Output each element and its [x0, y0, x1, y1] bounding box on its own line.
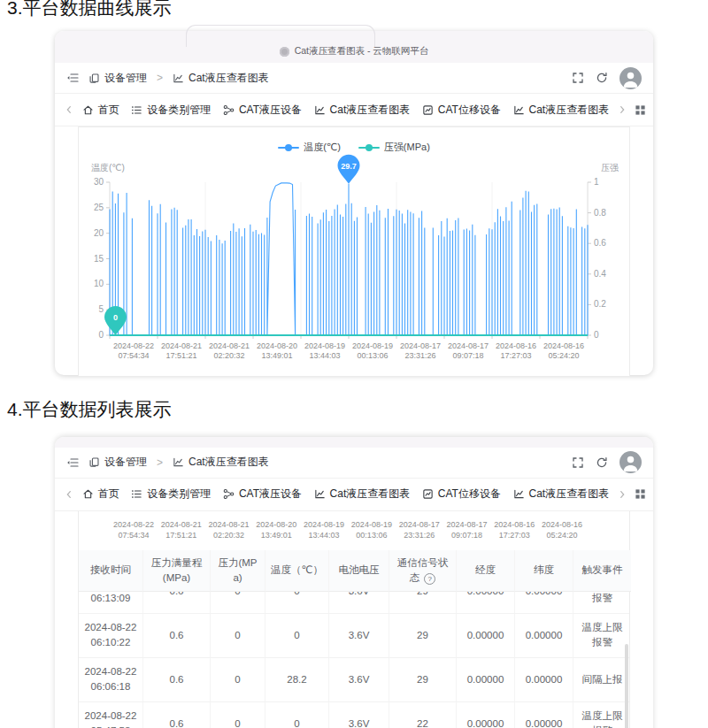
svg-text:2024-08-1709:07:18: 2024-08-1709:07:18 — [448, 341, 489, 360]
tab-cat-hydraulic-chart-2[interactable]: Cat液压查看图表 — [513, 103, 610, 118]
table-row: 2024-08-22 05:47:530.6003.6V220.000000.0… — [79, 702, 629, 728]
x-axis-label: 2024-08-1900:13:06 — [348, 519, 396, 540]
list-icon — [131, 104, 142, 116]
table-body-viewport: 2024-08-22 06:13:090.6003.6V290.000000.0… — [79, 592, 629, 728]
tabs-scroll-left-icon[interactable] — [62, 104, 76, 115]
breadcrumb-root[interactable]: 设备管理 — [88, 455, 147, 470]
tab-cat-hydraulic-chart-2[interactable]: Cat液压查看图表 — [513, 487, 610, 502]
legend-item[interactable]: 压强(MPa) — [358, 141, 430, 154]
fullscreen-icon[interactable] — [572, 456, 584, 469]
table-cell: 0 — [210, 592, 265, 614]
svg-text:0.4: 0.4 — [594, 269, 606, 279]
x-labels-row: 2024-08-2207:54:342024-08-2117:51:212024… — [79, 511, 629, 542]
breadcrumb-root-label: 设备管理 — [104, 71, 147, 86]
x-axis-label: 2024-08-1723:31:26 — [396, 519, 443, 540]
table-row: 2024-08-22 06:10:220.6003.6V290.000000.0… — [79, 614, 629, 658]
user-avatar[interactable] — [620, 451, 642, 473]
table-cell: 0 — [210, 614, 265, 658]
x-axis-label: 2024-08-2117:51:21 — [158, 519, 205, 540]
table-cell: 0.00000 — [514, 592, 573, 614]
collapse-sidebar-icon[interactable] — [66, 456, 79, 469]
chart-icon — [314, 488, 326, 500]
table-cell: 温度上限报警 — [573, 614, 629, 658]
tab-home[interactable]: 首页 — [82, 487, 119, 502]
tab-options-grid-icon[interactable] — [635, 488, 646, 500]
svg-text:2024-08-1605:24:20: 2024-08-1605:24:20 — [543, 341, 584, 360]
data-table: 接收时间压力满量程(MPa)压力(MPa)温度（℃）电池电压通信信号状态 ?经度… — [79, 550, 629, 728]
signal-info-icon[interactable]: ? — [424, 573, 435, 585]
table-cell: 28.2 — [265, 658, 328, 702]
tab-device-category-management[interactable]: 设备类别管理 — [131, 103, 211, 118]
svg-text:0: 0 — [98, 330, 104, 340]
displacement-icon — [422, 104, 434, 116]
refresh-icon[interactable] — [596, 456, 608, 469]
svg-text:2024-08-2013:49:01: 2024-08-2013:49:01 — [257, 341, 297, 360]
breadcrumb-current[interactable]: Cat液压查看图表 — [173, 455, 269, 470]
tabs-row: 首页设备类别管理CAT液压设备Cat液压查看图表CAT位移设备Cat液压查看图表 — [76, 103, 615, 118]
table-cell: 2024-08-22 06:13:09 — [79, 592, 142, 614]
svg-text:温度(℃): 温度(℃) — [91, 163, 125, 172]
fullscreen-icon[interactable] — [572, 72, 584, 84]
table-cell: 2024-08-22 06:06:18 — [79, 658, 142, 702]
legend-item[interactable]: 温度(℃) — [278, 141, 341, 154]
x-axis-label: 2024-08-1709:07:18 — [443, 519, 491, 540]
chart-icon — [513, 104, 525, 116]
favicon-icon — [280, 47, 289, 57]
breadcrumb-bar: 设备管理 > Cat液压查看图表 — [55, 448, 653, 478]
svg-text:2024-08-1617:27:03: 2024-08-1617:27:03 — [496, 341, 536, 360]
column-header: 接收时间 — [79, 550, 142, 592]
table-body: 2024-08-22 06:13:090.6003.6V290.000000.0… — [79, 592, 629, 728]
breadcrumb-root[interactable]: 设备管理 — [88, 71, 147, 86]
table-cell: 0.00000 — [456, 592, 514, 614]
table-scroll-area[interactable]: 2024-08-2207:54:342024-08-2117:51:212024… — [78, 511, 630, 728]
table-cell: 0.00000 — [456, 658, 514, 702]
vertical-scrollbar-thumb[interactable] — [625, 644, 628, 728]
list-icon — [131, 488, 142, 500]
breadcrumb-current[interactable]: Cat液压查看图表 — [173, 71, 269, 86]
table-cell: 22 — [389, 702, 456, 728]
tabs-scroll-left-icon[interactable] — [62, 489, 76, 500]
tab-device-category-management[interactable]: 设备类别管理 — [131, 487, 211, 502]
column-header: 通信信号状态 ? — [389, 550, 456, 592]
svg-text:20: 20 — [94, 228, 104, 238]
table-cell: 0.6 — [142, 614, 210, 658]
legend-marker-icon — [358, 144, 380, 151]
chart-canvas[interactable]: 温度(℃)压强05101520253000.20.40.60.8129.7020… — [79, 159, 631, 376]
tab-cat-displacement-device[interactable]: CAT位移设备 — [422, 487, 501, 502]
copy-icon — [88, 456, 100, 468]
table-cell: 29 — [389, 614, 456, 658]
tabs-scroll-right-icon[interactable] — [615, 104, 629, 115]
user-avatar[interactable] — [620, 67, 642, 89]
x-axis-label: 2024-08-2207:54:34 — [110, 519, 158, 540]
chart-icon — [513, 488, 525, 500]
column-header: 经度 — [456, 550, 514, 592]
tab-cat-hydraulic-chart[interactable]: Cat液压查看图表 — [314, 487, 411, 502]
table-cell: 0.00000 — [514, 702, 573, 728]
table-cell: 0 — [210, 658, 265, 702]
tab-cat-hydraulic-device[interactable]: CAT液压设备 — [223, 103, 302, 118]
platform-window-chart: Cat液压查看图表 - 云物联网平台 设备管理 > Cat液压查看图表 — [55, 31, 653, 375]
tabs-scroll-right-icon[interactable] — [615, 489, 629, 500]
tab-cat-hydraulic-device[interactable]: CAT液压设备 — [223, 487, 302, 502]
table-cell: 2024-08-22 06:10:22 — [79, 614, 142, 658]
svg-text:29.7: 29.7 — [341, 162, 357, 171]
header-actions — [572, 451, 642, 473]
refresh-icon[interactable] — [596, 72, 608, 84]
tab-cat-hydraulic-chart[interactable]: Cat液压查看图表 — [314, 103, 411, 118]
collapse-sidebar-icon[interactable] — [66, 72, 79, 84]
table-cell: 3.6V — [328, 614, 389, 658]
table-cell: 3.6V — [328, 658, 389, 702]
window-title: Cat液压查看图表 - 云物联网平台 — [295, 45, 429, 57]
tabs-row: 首页设备类别管理CAT液压设备Cat液压查看图表CAT位移设备Cat液压查看图表 — [76, 487, 615, 502]
column-header: 压力(MPa) — [210, 550, 265, 592]
tab-options-grid-icon[interactable] — [635, 104, 646, 116]
column-header: 压力满量程(MPa) — [142, 550, 210, 592]
svg-text:10: 10 — [94, 280, 104, 289]
table-cell: 3.6V — [328, 702, 389, 728]
table-cell: 0.00000 — [456, 614, 514, 658]
tab-home[interactable]: 首页 — [82, 103, 119, 118]
svg-text:0.8: 0.8 — [594, 208, 606, 218]
tab-cat-displacement-device[interactable]: CAT位移设备 — [422, 103, 501, 118]
table-cell: 0 — [265, 614, 328, 658]
table-cell: 温度上限报警 — [573, 702, 629, 728]
